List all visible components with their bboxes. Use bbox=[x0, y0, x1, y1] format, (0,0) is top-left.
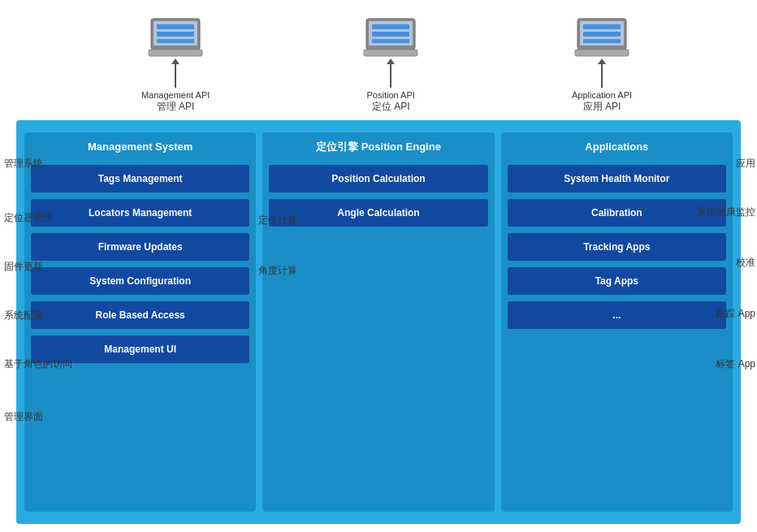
label-cn-calibration: 校准 bbox=[736, 256, 755, 270]
label-cn-locator-mgmt: 定位器管理 bbox=[4, 211, 53, 225]
server-icon-management bbox=[147, 15, 204, 63]
api-label-application-en: Application API bbox=[572, 90, 632, 100]
svg-rect-9 bbox=[372, 24, 409, 29]
server-icon-application bbox=[573, 15, 630, 63]
svg-rect-10 bbox=[372, 32, 409, 37]
arrow-application bbox=[601, 63, 603, 88]
label-cn-role-access: 基于角色的访问 bbox=[4, 357, 72, 371]
label-cn-management-system: 管理系统 bbox=[4, 157, 43, 171]
btn-system-health-monitor[interactable]: System Health Monitor bbox=[508, 165, 726, 192]
column-applications: Applications System Health Monitor Calib… bbox=[501, 132, 733, 512]
label-cn-tracking: 跟踪 App bbox=[716, 307, 755, 321]
btn-tag-apps[interactable]: Tag Apps bbox=[508, 267, 726, 295]
svg-rect-14 bbox=[575, 50, 629, 56]
btn-more[interactable]: ... bbox=[508, 301, 726, 329]
svg-rect-17 bbox=[583, 39, 621, 43]
column-title-management: Management System bbox=[88, 141, 192, 154]
api-label-management-cn: 管理 API bbox=[157, 100, 195, 114]
application-server: Application API 应用 API bbox=[572, 15, 632, 114]
label-cn-applications: 应用 bbox=[736, 157, 755, 171]
btn-position-calculation[interactable]: Position Calculation bbox=[269, 165, 487, 192]
btn-system-configuration[interactable]: System Configuration bbox=[31, 267, 249, 295]
column-position: 定位引擎 Position Engine Position Calculatio… bbox=[262, 132, 494, 512]
servers-row: Management API 管理 API Position API 定位 AP… bbox=[65, 8, 708, 114]
column-title-applications: Applications bbox=[585, 141, 648, 154]
arrow-position bbox=[390, 63, 391, 88]
svg-rect-15 bbox=[583, 24, 621, 29]
svg-rect-8 bbox=[364, 50, 417, 56]
btn-locators-management[interactable]: Locators Management bbox=[31, 199, 249, 227]
arrow-management bbox=[175, 63, 176, 88]
btn-tags-management[interactable]: Tags Management bbox=[31, 165, 249, 192]
server-icon-position bbox=[362, 15, 419, 63]
btn-firmware-updates[interactable]: Firmware Updates bbox=[31, 233, 249, 261]
api-label-position-cn: 定位 API bbox=[372, 100, 410, 114]
btn-role-based-access[interactable]: Role Based Access bbox=[31, 301, 249, 329]
btn-calibration[interactable]: Calibration bbox=[508, 199, 726, 227]
svg-rect-16 bbox=[583, 32, 621, 37]
label-cn-firmware: 固件更新 bbox=[4, 260, 43, 274]
svg-rect-4 bbox=[157, 32, 194, 37]
arch-container: Management System Tags Management Locato… bbox=[16, 120, 741, 524]
column-management: Management System Tags Management Locato… bbox=[24, 132, 256, 512]
label-cn-tag-apps: 标签 App bbox=[716, 357, 755, 371]
position-server: Position API 定位 API bbox=[362, 15, 419, 114]
svg-rect-11 bbox=[372, 39, 409, 43]
api-label-management-en: Management API bbox=[141, 90, 210, 100]
columns-wrapper: Management System Tags Management Locato… bbox=[24, 132, 733, 512]
btn-tracking-apps[interactable]: Tracking Apps bbox=[508, 233, 726, 261]
api-label-application-cn: 应用 API bbox=[583, 100, 621, 114]
label-cn-angle-calc: 角度计算 bbox=[258, 264, 297, 278]
api-label-position-en: Position API bbox=[367, 90, 415, 100]
label-cn-health-monitor: 系统健康监控 bbox=[697, 205, 755, 219]
svg-rect-3 bbox=[157, 24, 194, 29]
svg-rect-2 bbox=[149, 50, 202, 56]
management-server: Management API 管理 API bbox=[141, 15, 210, 114]
label-cn-mgmt-ui: 管理界面 bbox=[4, 410, 43, 424]
column-title-position: 定位引擎 Position Engine bbox=[316, 141, 441, 154]
page-container: Management API 管理 API Position API 定位 AP… bbox=[0, 0, 757, 532]
btn-angle-calculation[interactable]: Angle Calculation bbox=[269, 199, 487, 227]
svg-rect-5 bbox=[157, 39, 194, 43]
label-cn-sys-config: 系统配置 bbox=[4, 309, 43, 322]
label-cn-pos-calc: 定位计算 bbox=[258, 214, 297, 227]
